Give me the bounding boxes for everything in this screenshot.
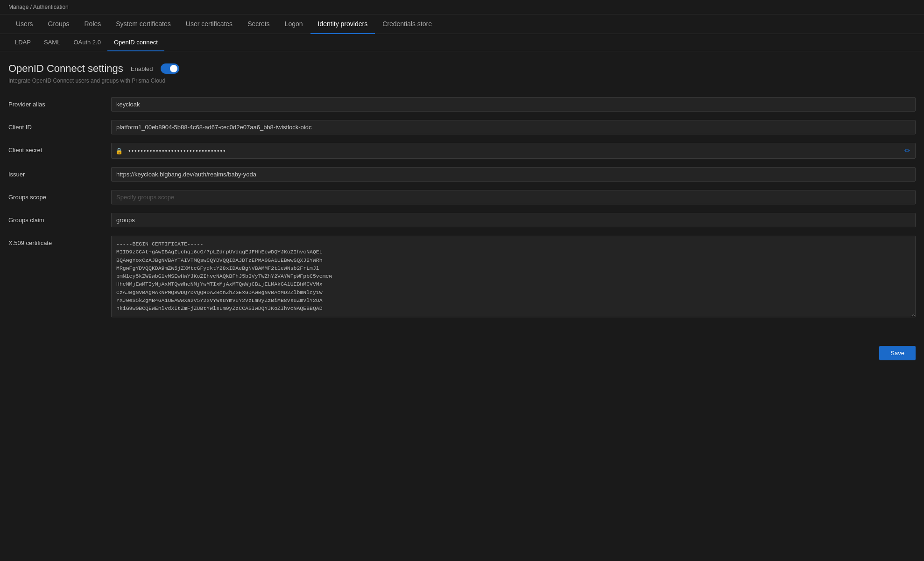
x509-field: -----BEGIN CERTIFICATE----- MIID9zCCAt+g… bbox=[111, 236, 916, 319]
groups-claim-label: Groups claim bbox=[8, 213, 111, 224]
tab-roles[interactable]: Roles bbox=[77, 14, 108, 34]
page-header: OpenID Connect settings Enabled bbox=[8, 63, 916, 75]
provider-alias-row: Provider alias bbox=[8, 97, 916, 112]
client-secret-field: 🔒 •••••••••••••••••••••••••••••••• ✏ bbox=[111, 143, 916, 159]
client-id-label: Client ID bbox=[8, 120, 111, 131]
sub-tab-openid-connect[interactable]: OpenID connect bbox=[107, 34, 164, 51]
tab-users[interactable]: Users bbox=[8, 14, 41, 34]
toggle-slider bbox=[161, 63, 179, 74]
breadcrumb: Manage / Authentication bbox=[0, 0, 924, 14]
sub-tab-ldap[interactable]: LDAP bbox=[8, 34, 37, 51]
breadcrumb-current: Authentication bbox=[33, 4, 69, 10]
groups-scope-label: Groups scope bbox=[8, 190, 111, 201]
client-secret-wrapper: 🔒 •••••••••••••••••••••••••••••••• ✏ bbox=[111, 143, 916, 159]
groups-claim-input[interactable] bbox=[111, 213, 916, 227]
save-row: Save bbox=[0, 338, 924, 368]
client-secret-row: Client secret 🔒 ••••••••••••••••••••••••… bbox=[8, 143, 916, 159]
client-secret-dots: •••••••••••••••••••••••••••••••• bbox=[127, 144, 900, 158]
client-id-field bbox=[111, 120, 916, 134]
tab-logon[interactable]: Logon bbox=[277, 14, 310, 34]
tab-groups[interactable]: Groups bbox=[41, 14, 77, 34]
page-title: OpenID Connect settings bbox=[8, 63, 123, 75]
issuer-label: Issuer bbox=[8, 167, 111, 178]
tab-user-certificates[interactable]: User certificates bbox=[178, 14, 240, 34]
edit-secret-icon[interactable]: ✏ bbox=[900, 143, 915, 158]
tab-identity-providers[interactable]: Identity providers bbox=[310, 14, 375, 34]
groups-scope-field bbox=[111, 190, 916, 204]
provider-alias-label: Provider alias bbox=[8, 97, 111, 108]
sub-nav: LDAP SAML OAuth 2.0 OpenID connect bbox=[0, 34, 924, 51]
provider-alias-input[interactable] bbox=[111, 97, 916, 112]
client-id-row: Client ID bbox=[8, 120, 916, 134]
sub-tab-saml[interactable]: SAML bbox=[37, 34, 67, 51]
issuer-input[interactable] bbox=[111, 167, 916, 182]
enabled-label: Enabled bbox=[131, 65, 153, 72]
save-button[interactable]: Save bbox=[879, 346, 916, 360]
tab-system-certificates[interactable]: System certificates bbox=[108, 14, 178, 34]
tab-credentials-store[interactable]: Credentials store bbox=[375, 14, 439, 34]
lock-icon: 🔒 bbox=[112, 144, 127, 158]
x509-row: X.509 certificate -----BEGIN CERTIFICATE… bbox=[8, 236, 916, 319]
breadcrumb-manage: Manage bbox=[8, 4, 28, 10]
main-content: OpenID Connect settings Enabled Integrat… bbox=[0, 51, 924, 338]
sub-tab-oauth2[interactable]: OAuth 2.0 bbox=[67, 34, 107, 51]
page-subtitle: Integrate OpenID Connect users and group… bbox=[8, 77, 916, 84]
issuer-row: Issuer bbox=[8, 167, 916, 182]
issuer-field bbox=[111, 167, 916, 182]
groups-scope-input[interactable] bbox=[111, 190, 916, 204]
x509-textarea[interactable]: -----BEGIN CERTIFICATE----- MIID9zCCAt+g… bbox=[111, 236, 916, 317]
groups-claim-row: Groups claim bbox=[8, 213, 916, 227]
groups-claim-field bbox=[111, 213, 916, 227]
tab-secrets[interactable]: Secrets bbox=[240, 14, 277, 34]
groups-scope-row: Groups scope bbox=[8, 190, 916, 204]
provider-alias-field bbox=[111, 97, 916, 112]
enabled-toggle[interactable] bbox=[161, 63, 179, 74]
x509-label: X.509 certificate bbox=[8, 236, 111, 246]
client-id-input[interactable] bbox=[111, 120, 916, 134]
client-secret-label: Client secret bbox=[8, 143, 111, 154]
top-nav: Users Groups Roles System certificates U… bbox=[0, 14, 924, 34]
